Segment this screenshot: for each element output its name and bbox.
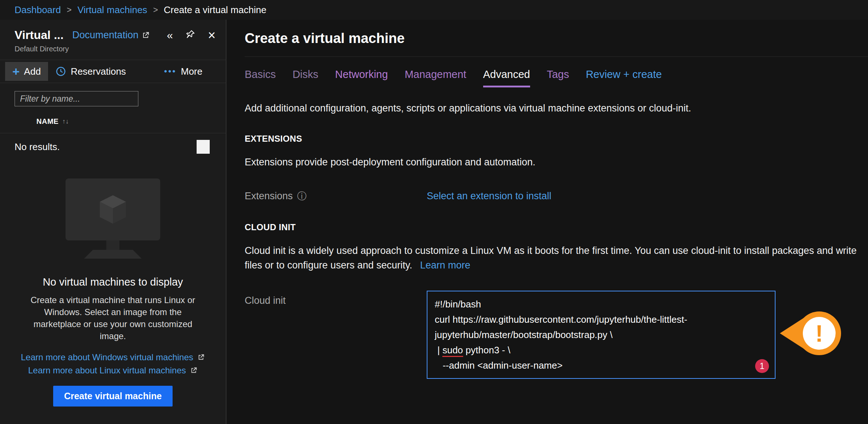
breadcrumb-item-1[interactable]: Dashboard (15, 4, 61, 16)
table-row: No results. (0, 133, 226, 160)
cloud-init-description-text: Cloud init is a widely used approach to … (245, 245, 857, 271)
tab-networking[interactable]: Networking (335, 68, 388, 87)
plus-icon: + (12, 65, 20, 78)
breadcrumb-separator: > (153, 5, 158, 15)
empty-state: No virtual machines to display Create a … (0, 178, 226, 407)
empty-state-heading: No virtual machines to display (18, 276, 208, 288)
attention-callout-icon: ! (779, 310, 845, 357)
intro-text: Add additional configuration, agents, sc… (245, 103, 868, 114)
blade-title: Virtual ... (15, 28, 64, 42)
learn-more-link-label: Learn more about Windows virtual machine… (21, 352, 193, 362)
cloud-init-section-header: CLOUD INIT (245, 222, 868, 232)
clock-icon (55, 66, 66, 77)
svg-text:!: ! (815, 321, 823, 347)
more-button-label: More (181, 66, 202, 77)
name-column-header[interactable]: NAME (36, 117, 59, 126)
learn-more-link-2[interactable]: Learn more about Linux virtual machines (28, 365, 198, 376)
blade-header: Virtual ... Documentation « × Default Di… (0, 20, 226, 53)
tab-review-create[interactable]: Review + create (586, 68, 662, 87)
cloud-init-code: #!/bin/bashcurl https://raw.githubuserco… (435, 297, 768, 373)
cloud-init-description: Cloud init is a widely used approach to … (245, 243, 860, 272)
scrollbar-thumb[interactable] (197, 140, 210, 154)
extensions-label-text: Extensions (245, 191, 293, 202)
more-button[interactable]: ••• More (157, 62, 210, 81)
step-badge: 1 (755, 359, 769, 373)
external-link-icon (141, 31, 150, 40)
pin-icon[interactable] (185, 29, 196, 41)
close-icon[interactable]: × (208, 29, 216, 42)
tab-disks[interactable]: Disks (292, 68, 318, 87)
command-bar: + Add Reservations ••• More (0, 60, 226, 83)
cloud-init-field: Cloud init #!/bin/bashcurl https://raw.g… (245, 291, 868, 379)
directory-label: Default Directory (15, 45, 216, 53)
cloud-init-editor-wrap: #!/bin/bashcurl https://raw.githubuserco… (427, 291, 776, 379)
tab-advanced[interactable]: Advanced (483, 68, 530, 87)
add-button[interactable]: + Add (5, 62, 48, 81)
documentation-link[interactable]: Documentation (72, 30, 150, 41)
code-line: #!/bin/bash (435, 297, 768, 312)
documentation-link-label: Documentation (72, 30, 139, 41)
extensions-description: Extensions provide post-deployment confi… (245, 155, 860, 169)
extensions-section-header: EXTENSIONS (245, 134, 868, 144)
breadcrumb-item-2[interactable]: Virtual machines (78, 4, 147, 16)
create-virtual-machine-button[interactable]: Create virtual machine (53, 386, 173, 407)
add-button-label: Add (24, 66, 41, 77)
breadcrumb: Dashboard>Virtual machines>Create a virt… (15, 4, 267, 16)
empty-state-description: Create a virtual machine that runs Linux… (27, 294, 198, 342)
more-icon: ••• (164, 66, 177, 76)
info-icon[interactable]: ⓘ (297, 190, 307, 203)
tab-tags[interactable]: Tags (547, 68, 569, 87)
cloud-init-editor[interactable]: #!/bin/bashcurl https://raw.githubuserco… (427, 291, 776, 379)
extensions-field: Extensions ⓘ Select an extension to inst… (245, 190, 868, 203)
reservations-button-label: Reservations (71, 66, 126, 77)
header-divider (245, 56, 868, 57)
virtual-machines-blade: Virtual ... Documentation « × Default Di… (0, 20, 226, 424)
sort-icon[interactable]: ↑↓ (62, 118, 69, 125)
external-link-icon (190, 366, 198, 374)
breadcrumb-bar: Dashboard>Virtual machines>Create a virt… (0, 0, 868, 20)
tab-bar: BasicsDisksNetworkingManagementAdvancedT… (245, 68, 868, 87)
filter-input[interactable] (15, 91, 138, 106)
page-title: Create a virtual machine (245, 31, 868, 46)
create-vm-pane: Create a virtual machine BasicsDisksNetw… (226, 20, 868, 424)
misspelled-word: sudo (442, 345, 463, 357)
no-results-label: No results. (15, 141, 60, 153)
learn-more-link[interactable]: Learn more (420, 260, 470, 271)
code-line: | sudo python3 - \ (435, 342, 768, 358)
code-line: --admin <admin-user-name> (435, 358, 768, 373)
breadcrumb-separator: > (67, 5, 71, 15)
select-extension-link[interactable]: Select an extension to install (427, 191, 551, 202)
learn-more-link-label: Learn more about Linux virtual machines (28, 365, 186, 376)
reservations-button[interactable]: Reservations (48, 62, 133, 81)
collapse-icon[interactable]: « (167, 30, 173, 41)
table-header: NAME ↑↓ (0, 117, 226, 133)
breadcrumb-item-3: Create a virtual machine (164, 4, 267, 16)
tab-management[interactable]: Management (405, 68, 466, 87)
virtual-machine-icon (58, 178, 167, 259)
cloud-init-label: Cloud init (245, 291, 427, 306)
learn-more-link-1[interactable]: Learn more about Windows virtual machine… (21, 352, 205, 362)
extensions-label: Extensions ⓘ (245, 190, 427, 203)
external-link-icon (197, 353, 205, 361)
code-line: jupyterhub/master/bootstrap/bootstrap.py… (435, 327, 768, 342)
tab-basics[interactable]: Basics (245, 68, 276, 87)
code-line: curl https://raw.githubusercontent.com/j… (435, 312, 768, 327)
sidebar-learn-links: Learn more about Windows virtual machine… (18, 352, 208, 376)
